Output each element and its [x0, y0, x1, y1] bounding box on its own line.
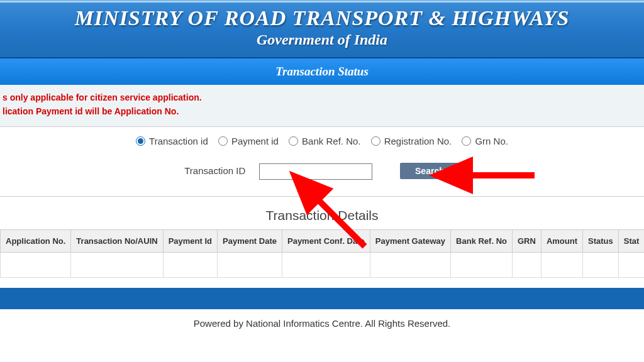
annotation-arrow-button	[453, 166, 541, 187]
radio-grn-input[interactable]	[462, 136, 471, 146]
search-button[interactable]: Search	[400, 163, 460, 179]
transaction-id-input[interactable]	[259, 163, 372, 180]
arrow-icon	[302, 184, 377, 253]
arrow-icon	[453, 166, 541, 185]
cell	[163, 252, 217, 277]
col-payment-gateway: Payment Gateway	[370, 229, 450, 252]
cell	[370, 252, 450, 277]
col-amount: Amount	[541, 229, 582, 252]
page-title-bar: Transaction Status	[0, 58, 644, 85]
radio-grn[interactable]: Grn No.	[462, 136, 508, 146]
footer: Powered by National Informatics Centre. …	[0, 309, 644, 337]
annotation-arrow-input	[302, 184, 377, 255]
cell	[218, 252, 282, 277]
cell	[541, 252, 582, 277]
col-payment-date: Payment Date	[218, 229, 282, 252]
cell	[451, 252, 513, 277]
table-row	[1, 252, 645, 277]
ministry-title: MINISTRY OF ROAD TRANSPORT & HIGHWAYS	[0, 6, 644, 30]
col-application-no: Application No.	[1, 229, 71, 252]
col-bank-ref-no: Bank Ref. No	[451, 229, 513, 252]
transaction-id-label: Transaction ID	[184, 165, 245, 176]
ministry-subtitle: Government of India	[0, 31, 644, 48]
col-transaction-no: Transaction No/AUIN	[71, 229, 163, 252]
radio-bank-ref-input[interactable]	[289, 136, 298, 146]
input-row: Transaction ID Search	[0, 163, 644, 180]
col-status: Status	[582, 229, 618, 252]
notice-line-1: s only applicable for citizen service ap…	[3, 92, 641, 102]
cell	[71, 252, 163, 277]
ministry-header: MINISTRY OF ROAD TRANSPORT & HIGHWAYS Go…	[0, 0, 644, 58]
radio-transaction-id-label: Transaction id	[149, 136, 208, 146]
radio-grn-label: Grn No.	[475, 136, 508, 146]
radio-payment-id[interactable]: Payment id	[218, 136, 279, 146]
cell	[512, 252, 541, 277]
radio-row: Transaction id Payment id Bank Ref. No. …	[0, 136, 644, 148]
radio-payment-id-input[interactable]	[218, 136, 228, 146]
notice-line-2: lication Payment id will be Application …	[3, 106, 641, 116]
radio-payment-id-label: Payment id	[231, 136, 279, 146]
radio-registration-label: Registration No.	[384, 136, 452, 146]
cell	[582, 252, 618, 277]
svg-line-1	[311, 193, 365, 246]
cell	[618, 252, 644, 277]
cell	[1, 252, 71, 277]
radio-bank-ref[interactable]: Bank Ref. No.	[289, 136, 360, 146]
search-panel: Transaction id Payment id Bank Ref. No. …	[0, 126, 644, 197]
blue-bar	[0, 288, 644, 309]
cell	[282, 252, 370, 277]
notice-panel: s only applicable for citizen service ap…	[0, 85, 644, 126]
col-payment-id: Payment Id	[163, 229, 217, 252]
radio-registration[interactable]: Registration No.	[371, 136, 452, 146]
radio-bank-ref-label: Bank Ref. No.	[302, 136, 360, 146]
radio-transaction-id-input[interactable]	[136, 136, 145, 146]
radio-transaction-id[interactable]: Transaction id	[136, 136, 208, 146]
col-grn: GRN	[512, 229, 541, 252]
col-status-2: Stat	[618, 229, 644, 252]
radio-registration-input[interactable]	[371, 136, 380, 146]
